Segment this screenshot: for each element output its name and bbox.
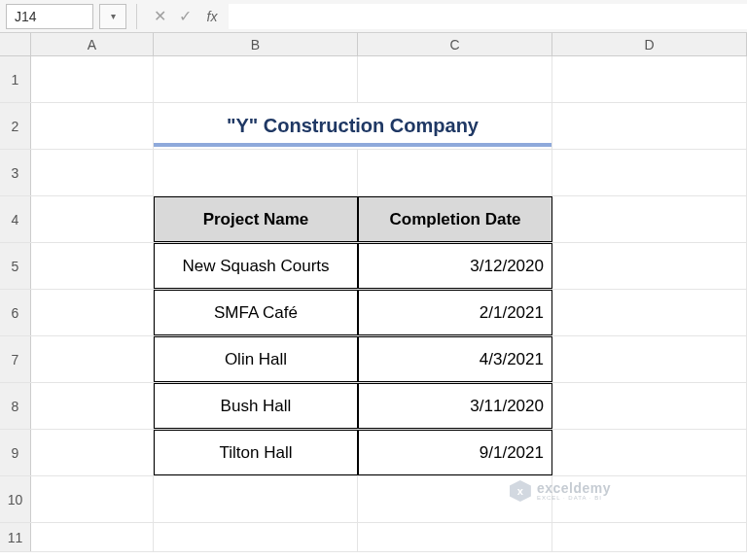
row-header-7[interactable]: 7 — [0, 336, 31, 382]
col-header-a[interactable]: A — [31, 33, 154, 55]
cell-a3[interactable] — [31, 150, 154, 195]
cell-a11[interactable] — [31, 523, 154, 551]
table-row[interactable]: 9/1/2021 — [358, 430, 552, 475]
cell-b11[interactable] — [154, 523, 358, 551]
cell-a4[interactable] — [31, 196, 154, 242]
cell-a7[interactable] — [31, 336, 154, 382]
row-header-3[interactable]: 3 — [0, 150, 31, 195]
row-header-10[interactable]: 10 — [0, 476, 31, 522]
name-box[interactable]: J14 — [6, 4, 93, 29]
cell-a5[interactable] — [31, 243, 154, 289]
table-row[interactable]: 4/3/2021 — [358, 336, 552, 382]
cell-a6[interactable] — [31, 290, 154, 335]
table-row[interactable]: Tilton Hall — [154, 430, 358, 475]
cell-c3[interactable] — [358, 150, 552, 195]
cell-d10[interactable] — [552, 476, 747, 522]
table-row[interactable]: 3/11/2020 — [358, 383, 552, 429]
insert-function-button[interactable]: fx — [199, 6, 221, 27]
row-2: 2 "Y" Construction Company — [0, 103, 747, 150]
name-box-dropdown[interactable]: ▾ — [99, 4, 126, 29]
row-8: 8 Bush Hall 3/11/2020 — [0, 383, 747, 430]
col-header-c[interactable]: C — [358, 33, 552, 55]
col-header-d[interactable]: D — [552, 33, 747, 55]
row-header-2[interactable]: 2 — [0, 103, 31, 149]
row-7: 7 Olin Hall 4/3/2021 — [0, 336, 747, 383]
row-5: 5 New Squash Courts 3/12/2020 — [0, 243, 747, 290]
cell-d8[interactable] — [552, 383, 747, 429]
cell-d2[interactable] — [552, 103, 747, 149]
table-row[interactable]: 3/12/2020 — [358, 243, 552, 289]
cell-c1[interactable] — [358, 56, 552, 102]
cell-a8[interactable] — [31, 383, 154, 429]
rows: 1 2 "Y" Construction Company 3 4 Pr — [0, 56, 747, 552]
cell-d4[interactable] — [552, 196, 747, 242]
row-header-6[interactable]: 6 — [0, 290, 31, 335]
row-4: 4 Project Name Completion Date — [0, 196, 747, 243]
formula-input[interactable] — [229, 4, 747, 29]
row-6: 6 SMFA Café 2/1/2021 — [0, 290, 747, 336]
row-header-1[interactable]: 1 — [0, 56, 31, 102]
spreadsheet-grid: A B C D 1 2 "Y" Construction Company 3 — [0, 33, 747, 552]
enter-formula-button[interactable]: ✓ — [174, 6, 196, 27]
cell-c11[interactable] — [358, 523, 552, 551]
title-cell[interactable]: "Y" Construction Company — [154, 103, 552, 149]
cell-a1[interactable] — [31, 56, 154, 102]
fx-icon: fx — [207, 9, 218, 24]
check-icon: ✓ — [179, 7, 192, 25]
cell-a2[interactable] — [31, 103, 154, 149]
page-title: "Y" Construction Company — [227, 115, 479, 137]
table-header-project[interactable]: Project Name — [154, 196, 358, 242]
cell-d9[interactable] — [552, 430, 747, 475]
row-header-5[interactable]: 5 — [0, 243, 31, 289]
formula-bar-row: J14 ▾ ✕ ✓ fx — [0, 0, 747, 33]
divider — [136, 4, 137, 29]
cell-a9[interactable] — [31, 430, 154, 475]
table-row[interactable]: Olin Hall — [154, 336, 358, 382]
cell-a10[interactable] — [31, 476, 154, 522]
column-headers: A B C D — [0, 33, 747, 56]
row-3: 3 — [0, 150, 747, 196]
cell-d3[interactable] — [552, 150, 747, 195]
name-box-value: J14 — [15, 9, 37, 24]
chevron-down-icon: ▾ — [111, 11, 116, 21]
cell-d7[interactable] — [552, 336, 747, 382]
cell-b3[interactable] — [154, 150, 358, 195]
cell-d5[interactable] — [552, 243, 747, 289]
row-9: 9 Tilton Hall 9/1/2021 — [0, 430, 747, 476]
row-header-4[interactable]: 4 — [0, 196, 31, 242]
table-row[interactable]: SMFA Café — [154, 290, 358, 335]
row-1: 1 — [0, 56, 747, 103]
table-row[interactable]: New Squash Courts — [154, 243, 358, 289]
cancel-formula-button[interactable]: ✕ — [149, 6, 170, 27]
row-header-9[interactable]: 9 — [0, 430, 31, 475]
col-header-b[interactable]: B — [154, 33, 358, 55]
table-row[interactable]: Bush Hall — [154, 383, 358, 429]
row-header-8[interactable]: 8 — [0, 383, 31, 429]
cell-b1[interactable] — [154, 56, 358, 102]
row-header-11[interactable]: 11 — [0, 523, 31, 551]
x-icon: ✕ — [154, 7, 166, 25]
cell-d1[interactable] — [552, 56, 747, 102]
cell-d6[interactable] — [552, 290, 747, 335]
select-all-corner[interactable] — [0, 33, 31, 55]
cell-b10[interactable] — [154, 476, 358, 522]
row-11: 11 — [0, 523, 747, 552]
cell-d11[interactable] — [552, 523, 747, 551]
cell-c10[interactable] — [358, 476, 552, 522]
table-header-date[interactable]: Completion Date — [358, 196, 552, 242]
title-underline — [154, 143, 551, 147]
row-10: 10 — [0, 476, 747, 523]
table-row[interactable]: 2/1/2021 — [358, 290, 552, 335]
